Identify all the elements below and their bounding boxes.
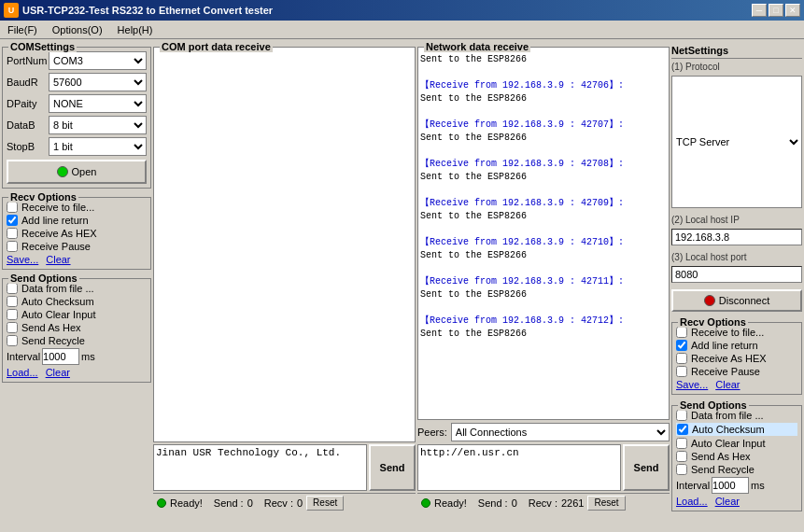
net-reset-button[interactable]: Reset — [587, 496, 625, 511]
com-auto-checksum-checkbox[interactable] — [7, 296, 18, 307]
menu-options[interactable]: Options(O) — [45, 22, 110, 37]
com-auto-clear-checkbox[interactable] — [7, 309, 18, 320]
middle-panel: COM port data receive Jinan USR Technolo… — [153, 41, 416, 511]
net-auto-clear-checkbox[interactable] — [676, 438, 687, 449]
com-send-link-row: Load... Clear — [7, 367, 147, 378]
net-recv-clear-button[interactable]: Clear — [715, 379, 740, 390]
net-send-recycle-checkbox[interactable] — [676, 464, 687, 475]
net-interval-input[interactable] — [712, 477, 749, 494]
com-status-ready: Ready! — [170, 497, 203, 509]
datab-select[interactable]: 8 bit 7 bit — [49, 116, 147, 134]
net-recv-as-hex-checkbox[interactable] — [676, 353, 687, 364]
com-settings-title: COMSettings — [8, 41, 77, 52]
minimize-button[interactable]: ─ — [752, 4, 767, 17]
protocol-select[interactable]: TCP Server TCP Client UDP Server UDP Cli… — [671, 76, 802, 208]
com-send-value: 0 — [247, 497, 253, 509]
com-send-button[interactable]: Send — [369, 444, 416, 491]
net-receive-scroll[interactable]: Sent to the ESP8266 【Receive from 192.16… — [420, 49, 667, 417]
protocol-label: (1) Protocol — [671, 62, 802, 72]
com-reset-button[interactable]: Reset — [306, 496, 344, 511]
net-data-from-file-row: Data from file ... — [676, 410, 797, 421]
com-send-input-area[interactable]: Jinan USR Technology Co., Ltd. — [153, 444, 367, 491]
net-add-line-return-checkbox[interactable] — [676, 340, 687, 351]
stopb-row: StopB 1 bit 2 bit — [7, 137, 147, 156]
app-icon: U — [4, 3, 19, 18]
com-send-recycle-label: Send Recycle — [21, 335, 85, 346]
com-status-led — [157, 498, 166, 508]
net-send-options-title: Send Options — [678, 399, 749, 411]
com-recv-save-button[interactable]: Save... — [7, 254, 38, 265]
com-recv-clear-button[interactable]: Clear — [46, 254, 70, 265]
main-content: COMSettings PortNum COM3 COM1 COM2 COM4 … — [0, 39, 804, 513]
title-bar-buttons: ─ □ ✕ — [752, 4, 800, 17]
com-data-from-file-row: Data from file ... — [7, 283, 147, 294]
menu-help[interactable]: Help(H) — [110, 22, 161, 37]
com-settings-group: COMSettings PortNum COM3 COM1 COM2 COM4 … — [2, 47, 151, 189]
com-interval-input[interactable] — [42, 348, 79, 365]
com-recv-to-file-label: Receive to file... — [21, 202, 94, 213]
com-auto-checksum-label: Auto Checksum — [21, 296, 94, 307]
dparity-row: DPaity NONE ODD EVEN — [7, 94, 147, 113]
net-send-options-group: Send Options Data from file ... Auto Che… — [671, 405, 802, 511]
baud-select[interactable]: 57600 9600 19200 38400 115200 — [49, 73, 147, 91]
com-data-from-file-checkbox[interactable] — [7, 283, 18, 294]
com-recv-options-group: Recv Options Receive to file... Add line… — [2, 197, 151, 270]
com-recv-as-hex-label: Receive As HEX — [21, 228, 97, 239]
net-recv-save-button[interactable]: Save... — [676, 379, 708, 390]
net-data-from-file-checkbox[interactable] — [676, 410, 687, 421]
com-recv-as-hex-checkbox[interactable] — [7, 228, 18, 239]
com-send-as-hex-label: Send As Hex — [21, 322, 81, 333]
maximize-button[interactable]: □ — [769, 4, 783, 17]
com-send-recycle-row: Send Recycle — [7, 335, 147, 346]
localip-label: (2) Local host IP — [671, 215, 802, 225]
net-send-clear-button[interactable]: Clear — [715, 496, 740, 507]
menu-file[interactable]: File(F) — [0, 22, 45, 37]
stopb-label: StopB — [7, 141, 49, 152]
com-auto-clear-row: Auto Clear Input — [7, 309, 147, 320]
disconnect-button[interactable]: Disconnect — [671, 289, 802, 312]
com-recv-to-file-checkbox[interactable] — [7, 202, 18, 213]
datab-label: DataB — [7, 119, 49, 131]
net-recv-link-row: Save... Clear — [676, 379, 797, 390]
net-send-input-area[interactable]: http://en.usr.cn — [417, 444, 621, 491]
com-add-line-return-checkbox[interactable] — [7, 215, 18, 226]
net-send-load-button[interactable]: Load... — [676, 496, 708, 507]
net-recv-options-title: Recv Options — [678, 316, 748, 328]
com-receive-textarea[interactable] — [156, 49, 413, 440]
com-send-clear-button[interactable]: Clear — [46, 367, 70, 378]
localport-display: 8080 — [671, 266, 802, 283]
com-recv-pause-checkbox[interactable] — [7, 241, 18, 252]
net-auto-checksum-row: Auto Checksum — [676, 423, 797, 436]
net-auto-checksum-checkbox[interactable] — [677, 424, 688, 435]
com-send-recycle-checkbox[interactable] — [7, 335, 18, 346]
net-send-as-hex-checkbox[interactable] — [676, 451, 687, 462]
com-send-as-hex-row: Send As Hex — [7, 322, 147, 333]
com-auto-clear-label: Auto Clear Input — [21, 309, 96, 320]
net-recv-to-file-checkbox[interactable] — [676, 327, 687, 338]
com-status-bar: Ready! Send : 0 Recv : 0 Reset — [153, 493, 416, 511]
com-interval-label: Interval — [7, 351, 40, 362]
com-recv-value: 0 — [297, 497, 303, 509]
close-button[interactable]: ✕ — [785, 4, 800, 17]
com-send-load-button[interactable]: Load... — [7, 367, 38, 378]
stopb-select[interactable]: 1 bit 2 bit — [49, 137, 147, 156]
net-interval-label: Interval — [676, 480, 710, 491]
net-send-row: http://en.usr.cn Send — [417, 444, 670, 491]
com-send-as-hex-checkbox[interactable] — [7, 322, 18, 333]
com-recv-link-row: Save... Clear — [7, 254, 147, 265]
title-bar: U USR-TCP232-Test RS232 to Ethernet Conv… — [0, 0, 804, 21]
net-recv-pause-label: Receive Pause — [691, 366, 760, 377]
net-recv-pause-checkbox[interactable] — [676, 366, 687, 377]
net-interval-unit: ms — [751, 480, 765, 491]
open-button[interactable]: Open — [7, 160, 147, 184]
com-data-from-file-label: Data from file ... — [21, 283, 94, 294]
dparity-select[interactable]: NONE ODD EVEN — [49, 94, 147, 113]
net-send-button[interactable]: Send — [623, 444, 670, 491]
net-send-recycle-label: Send Recycle — [691, 464, 755, 475]
port-select[interactable]: COM3 COM1 COM2 COM4 — [49, 51, 147, 70]
peers-select[interactable]: All Connections — [451, 423, 670, 441]
port-row: PortNum COM3 COM1 COM2 COM4 — [7, 51, 147, 70]
net-interval-row: Interval ms — [676, 477, 797, 494]
net-send-input-text: http://en.usr.cn — [420, 447, 519, 458]
net-status-led — [421, 498, 430, 508]
